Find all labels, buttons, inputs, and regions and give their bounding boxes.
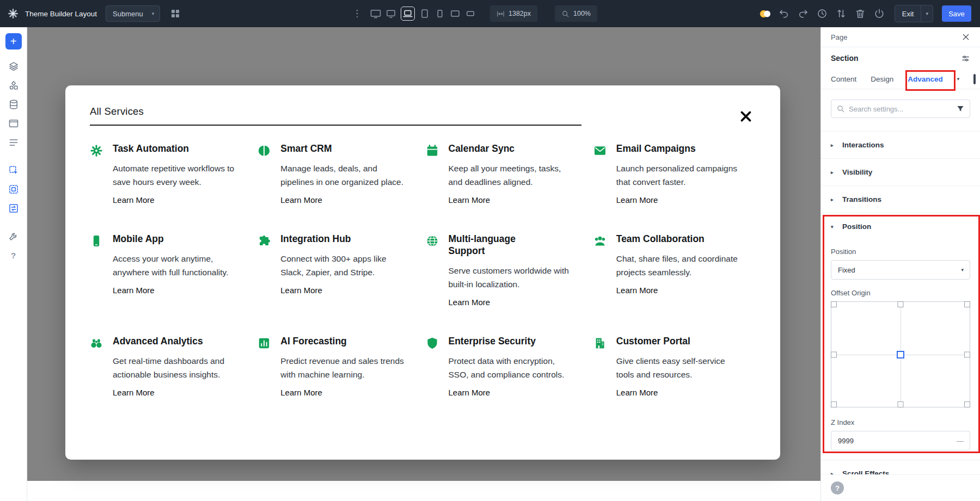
device-desktop-icon[interactable] bbox=[385, 8, 396, 19]
service-body: Advanced AnalyticsGet real-time dashboar… bbox=[113, 336, 239, 398]
service-card: Advanced AnalyticsGet real-time dashboar… bbox=[90, 336, 258, 398]
help-icon[interactable]: ? bbox=[8, 250, 19, 261]
reorder-icon[interactable] bbox=[836, 8, 847, 19]
tab-advanced[interactable]: Advanced bbox=[908, 75, 943, 83]
builder-app: Theme Builder Layout Submenu ▾ 1382px 10… bbox=[0, 0, 980, 501]
learn-more-link[interactable]: Learn More bbox=[449, 195, 491, 205]
origin-handle-middle-right[interactable] bbox=[964, 351, 970, 357]
learn-more-link[interactable]: Learn More bbox=[280, 388, 322, 397]
wireframe-toggle-icon[interactable] bbox=[973, 74, 976, 84]
tab-design[interactable]: Design bbox=[871, 75, 893, 83]
service-description: Access your work anytime, anywhere with … bbox=[113, 252, 239, 279]
service-description: Connect with 300+ apps like Slack, Zapie… bbox=[280, 252, 407, 279]
service-description: Keep all your meetings, tasks, and deadl… bbox=[449, 162, 575, 189]
service-title: Email Campaigns bbox=[616, 143, 717, 155]
learn-more-link[interactable]: Learn More bbox=[113, 286, 155, 295]
undo-icon[interactable] bbox=[779, 8, 789, 19]
exit-button[interactable]: Exit ▾ bbox=[895, 5, 933, 22]
power-icon[interactable] bbox=[874, 8, 885, 19]
submenu-dropdown[interactable]: Submenu ▾ bbox=[106, 5, 160, 22]
select-element-icon[interactable] bbox=[8, 165, 19, 176]
service-card: Customer PortalGive clients easy self-se… bbox=[593, 336, 761, 398]
learn-more-link[interactable]: Learn More bbox=[449, 298, 491, 307]
service-title: Enterprise Security bbox=[449, 336, 549, 348]
device-tablet-landscape-icon[interactable] bbox=[450, 8, 461, 19]
list-icon[interactable] bbox=[8, 137, 19, 148]
origin-handle-center-selected[interactable] bbox=[897, 351, 904, 358]
layers-icon[interactable] bbox=[8, 61, 19, 72]
builder-settings-icon[interactable] bbox=[8, 8, 19, 19]
swap-icon[interactable] bbox=[8, 203, 19, 214]
save-button[interactable]: Save bbox=[942, 5, 971, 22]
service-description: Give clients easy self-service tools and… bbox=[616, 354, 743, 381]
add-element-button[interactable]: + bbox=[5, 33, 22, 50]
position-select[interactable]: Fixed ▾ bbox=[831, 260, 970, 280]
width-arrows-icon bbox=[497, 10, 505, 18]
select-caret-icon: ▾ bbox=[961, 267, 964, 273]
help-button[interactable]: ? bbox=[831, 481, 844, 494]
offset-origin-widget[interactable] bbox=[831, 301, 970, 407]
binoculars-icon bbox=[90, 337, 103, 350]
learn-more-link[interactable]: Learn More bbox=[616, 286, 658, 295]
caret-right-icon: ▸ bbox=[831, 197, 836, 202]
device-tablet-icon[interactable] bbox=[419, 8, 430, 19]
select-container-icon[interactable] bbox=[8, 184, 19, 195]
element-settings-icon[interactable] bbox=[961, 54, 970, 63]
service-card: Email CampaignsLaunch personalized campa… bbox=[593, 143, 761, 205]
origin-handle-bottom-center[interactable] bbox=[898, 401, 904, 407]
origin-handle-bottom-right[interactable] bbox=[964, 401, 970, 407]
learn-more-link[interactable]: Learn More bbox=[616, 388, 658, 397]
zoom-magnifier-icon bbox=[561, 10, 569, 18]
modal-close-icon[interactable] bbox=[739, 109, 753, 123]
origin-handle-top-center[interactable] bbox=[898, 301, 904, 307]
settings-panel: Page Section Content Design Advanced ▾ ▸… bbox=[820, 27, 980, 501]
more-options-icon[interactable] bbox=[352, 8, 363, 19]
tab-content[interactable]: Content bbox=[831, 75, 856, 83]
origin-handle-top-left[interactable] bbox=[831, 301, 837, 307]
learn-more-link[interactable]: Learn More bbox=[113, 388, 155, 397]
filter-icon[interactable] bbox=[956, 104, 965, 113]
service-description: Chat, share files, and coordinate projec… bbox=[616, 252, 743, 279]
device-phone-landscape-icon[interactable] bbox=[465, 8, 476, 19]
browser-icon[interactable] bbox=[8, 118, 19, 129]
learn-more-link[interactable]: Learn More bbox=[113, 195, 155, 205]
history-icon[interactable] bbox=[817, 8, 828, 19]
device-desktop-large-icon[interactable] bbox=[370, 8, 381, 19]
canvas: All Services Task AutomationAutomate rep… bbox=[27, 27, 820, 501]
learn-more-link[interactable]: Learn More bbox=[449, 388, 491, 397]
settings-search-input[interactable] bbox=[831, 100, 970, 118]
settings-search bbox=[831, 100, 970, 118]
breadcrumb-page[interactable]: Page bbox=[831, 33, 847, 41]
modal-title: All Services bbox=[90, 106, 144, 117]
panel-close-icon[interactable] bbox=[961, 33, 970, 41]
trash-icon[interactable] bbox=[855, 8, 866, 19]
envelope-icon bbox=[593, 144, 607, 157]
exit-caret-icon[interactable]: ▾ bbox=[921, 5, 933, 22]
redo-icon[interactable] bbox=[798, 8, 808, 19]
accordion-position[interactable]: ▾ Position bbox=[821, 213, 980, 240]
database-icon[interactable] bbox=[8, 99, 19, 110]
origin-handle-middle-left[interactable] bbox=[831, 351, 837, 357]
service-description: Manage leads, deals, and pipelines in on… bbox=[280, 162, 407, 189]
learn-more-link[interactable]: Learn More bbox=[280, 195, 322, 205]
tabs-caret-icon[interactable]: ▾ bbox=[957, 76, 960, 82]
accordion-interactions[interactable]: ▸ Interactions bbox=[821, 131, 980, 158]
accordion-transitions[interactable]: ▸ Transitions bbox=[821, 185, 980, 213]
panel-tabs: Content Design Advanced ▾ bbox=[821, 69, 980, 89]
learn-more-link[interactable]: Learn More bbox=[280, 286, 322, 295]
device-phone-icon[interactable] bbox=[434, 8, 445, 19]
zoom-field[interactable]: 100% bbox=[555, 5, 597, 22]
z-index-input[interactable]: 9999 — bbox=[831, 431, 970, 450]
canvas-width-field[interactable]: 1382px bbox=[490, 5, 537, 22]
stepper-dash-icon[interactable]: — bbox=[957, 437, 964, 445]
shapes-icon[interactable] bbox=[8, 80, 19, 91]
position-settings: Position Fixed ▾ Offset Origin Z Index bbox=[821, 248, 980, 460]
origin-handle-top-right[interactable] bbox=[964, 301, 970, 307]
learn-more-link[interactable]: Learn More bbox=[616, 195, 658, 205]
theme-toggle-icon[interactable] bbox=[759, 8, 770, 19]
device-laptop-icon[interactable] bbox=[401, 7, 415, 21]
origin-handle-bottom-left[interactable] bbox=[831, 401, 837, 407]
grid-view-icon[interactable] bbox=[170, 8, 181, 19]
wrench-icon[interactable] bbox=[8, 231, 19, 242]
accordion-visibility[interactable]: ▸ Visibility bbox=[821, 158, 980, 185]
